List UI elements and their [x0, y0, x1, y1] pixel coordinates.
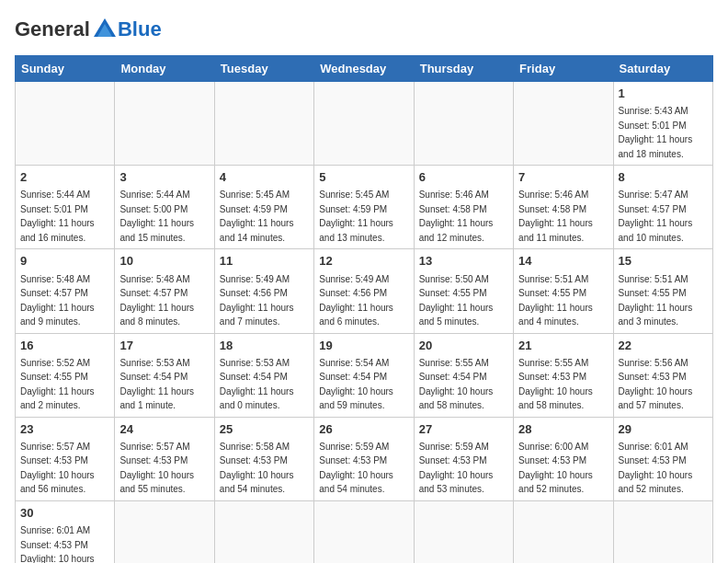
calendar-cell: 9Sunrise: 5:48 AM Sunset: 4:57 PM Daylig…: [16, 249, 115, 333]
cell-info: Sunrise: 5:59 AM Sunset: 4:53 PM Dayligh…: [319, 442, 393, 495]
calendar-cell: 13Sunrise: 5:50 AM Sunset: 4:55 PM Dayli…: [414, 249, 513, 333]
day-number: 24: [119, 421, 209, 438]
cell-info: Sunrise: 5:53 AM Sunset: 4:54 PM Dayligh…: [220, 358, 294, 411]
calendar-cell: [115, 82, 214, 166]
calendar-cell: 25Sunrise: 5:58 AM Sunset: 4:53 PM Dayli…: [214, 417, 313, 500]
calendar-cell: 15Sunrise: 5:51 AM Sunset: 4:55 PM Dayli…: [613, 249, 712, 333]
day-number: 27: [419, 421, 508, 438]
calendar-week-1: 2Sunrise: 5:44 AM Sunset: 5:01 PM Daylig…: [16, 166, 713, 249]
calendar-table: SundayMondayTuesdayWednesdayThursdayFrid…: [15, 55, 713, 563]
day-number: 19: [319, 338, 408, 354]
calendar-cell: 16Sunrise: 5:52 AM Sunset: 4:55 PM Dayli…: [16, 333, 115, 417]
day-number: 14: [518, 253, 608, 270]
cell-info: Sunrise: 5:44 AM Sunset: 5:00 PM Dayligh…: [119, 190, 194, 243]
logo-general-text: General: [15, 17, 90, 41]
calendar-cell: 30Sunrise: 6:01 AM Sunset: 4:53 PM Dayli…: [16, 500, 115, 563]
logo: General Blue: [15, 15, 162, 44]
calendar-cell: 23Sunrise: 5:57 AM Sunset: 4:53 PM Dayli…: [16, 417, 115, 500]
calendar-week-4: 23Sunrise: 5:57 AM Sunset: 4:53 PM Dayli…: [16, 417, 713, 500]
day-number: 7: [518, 169, 608, 186]
cell-info: Sunrise: 5:49 AM Sunset: 4:56 PM Dayligh…: [319, 274, 393, 327]
cell-info: Sunrise: 6:01 AM Sunset: 4:53 PM Dayligh…: [20, 525, 95, 563]
cell-info: Sunrise: 5:50 AM Sunset: 4:55 PM Dayligh…: [419, 274, 494, 327]
calendar-cell: [613, 500, 712, 563]
calendar-cell: 12Sunrise: 5:49 AM Sunset: 4:56 PM Dayli…: [314, 249, 414, 333]
calendar-cell: 29Sunrise: 6:01 AM Sunset: 4:53 PM Dayli…: [613, 417, 712, 500]
calendar-cell: 26Sunrise: 5:59 AM Sunset: 4:53 PM Dayli…: [314, 417, 414, 500]
calendar-cell: [314, 82, 414, 166]
cell-info: Sunrise: 5:48 AM Sunset: 4:57 PM Dayligh…: [119, 274, 194, 327]
cell-info: Sunrise: 5:57 AM Sunset: 4:53 PM Dayligh…: [20, 442, 95, 495]
cell-info: Sunrise: 5:45 AM Sunset: 4:59 PM Dayligh…: [319, 190, 393, 243]
calendar-cell: 6Sunrise: 5:46 AM Sunset: 4:58 PM Daylig…: [414, 166, 513, 249]
day-number: 18: [220, 338, 309, 354]
day-number: 4: [220, 169, 309, 186]
cell-info: Sunrise: 5:59 AM Sunset: 4:53 PM Dayligh…: [419, 442, 494, 495]
day-number: 26: [319, 421, 408, 438]
calendar-cell: [16, 82, 115, 166]
calendar-cell: [414, 500, 513, 563]
cell-info: Sunrise: 5:53 AM Sunset: 4:54 PM Dayligh…: [119, 358, 194, 411]
header: General Blue: [15, 15, 713, 44]
day-number: 1: [619, 86, 708, 102]
calendar-cell: [314, 500, 414, 563]
calendar-cell: [214, 82, 313, 166]
calendar-cell: 3Sunrise: 5:44 AM Sunset: 5:00 PM Daylig…: [115, 166, 214, 249]
cell-info: Sunrise: 5:46 AM Sunset: 4:58 PM Dayligh…: [419, 190, 494, 243]
day-number: 29: [619, 421, 708, 438]
day-number: 22: [619, 338, 708, 354]
day-number: 23: [20, 421, 109, 438]
cell-info: Sunrise: 5:57 AM Sunset: 4:53 PM Dayligh…: [119, 442, 194, 495]
calendar-cell: 28Sunrise: 6:00 AM Sunset: 4:53 PM Dayli…: [514, 417, 613, 500]
calendar-cell: [514, 500, 613, 563]
cell-info: Sunrise: 5:44 AM Sunset: 5:01 PM Dayligh…: [20, 190, 95, 243]
calendar-cell: [414, 82, 513, 166]
day-number: 9: [20, 253, 109, 270]
cell-info: Sunrise: 5:48 AM Sunset: 4:57 PM Dayligh…: [20, 274, 95, 327]
cell-info: Sunrise: 5:51 AM Sunset: 4:55 PM Dayligh…: [518, 274, 593, 327]
calendar-cell: 11Sunrise: 5:49 AM Sunset: 4:56 PM Dayli…: [214, 249, 313, 333]
calendar-cell: 8Sunrise: 5:47 AM Sunset: 4:57 PM Daylig…: [613, 166, 712, 249]
cell-info: Sunrise: 5:55 AM Sunset: 4:53 PM Dayligh…: [518, 358, 593, 411]
day-number: 13: [419, 253, 508, 270]
cell-info: Sunrise: 5:49 AM Sunset: 4:56 PM Dayligh…: [220, 274, 294, 327]
calendar-cell: 10Sunrise: 5:48 AM Sunset: 4:57 PM Dayli…: [115, 249, 214, 333]
cell-info: Sunrise: 6:00 AM Sunset: 4:53 PM Dayligh…: [518, 442, 593, 495]
calendar-cell: 14Sunrise: 5:51 AM Sunset: 4:55 PM Dayli…: [514, 249, 613, 333]
day-number: 20: [419, 338, 508, 354]
calendar-cell: 2Sunrise: 5:44 AM Sunset: 5:01 PM Daylig…: [16, 166, 115, 249]
weekday-header-friday: Friday: [514, 56, 613, 82]
calendar-cell: 22Sunrise: 5:56 AM Sunset: 4:53 PM Dayli…: [613, 333, 712, 417]
calendar-cell: 4Sunrise: 5:45 AM Sunset: 4:59 PM Daylig…: [214, 166, 313, 249]
calendar-cell: 18Sunrise: 5:53 AM Sunset: 4:54 PM Dayli…: [214, 333, 313, 417]
day-number: 15: [619, 253, 708, 270]
day-number: 6: [419, 169, 508, 186]
logo-icon-svg: [92, 15, 118, 40]
cell-info: Sunrise: 5:43 AM Sunset: 5:01 PM Dayligh…: [619, 106, 693, 159]
day-number: 3: [119, 169, 209, 186]
calendar-cell: [214, 500, 313, 563]
day-number: 28: [518, 421, 608, 438]
weekday-header-thursday: Thursday: [414, 56, 513, 82]
cell-info: Sunrise: 5:56 AM Sunset: 4:53 PM Dayligh…: [619, 358, 693, 411]
calendar-cell: 1Sunrise: 5:43 AM Sunset: 5:01 PM Daylig…: [613, 82, 712, 166]
cell-info: Sunrise: 5:58 AM Sunset: 4:53 PM Dayligh…: [220, 442, 294, 495]
day-number: 16: [20, 338, 109, 354]
day-number: 11: [220, 253, 309, 270]
cell-info: Sunrise: 5:47 AM Sunset: 4:57 PM Dayligh…: [619, 190, 693, 243]
calendar-cell: 21Sunrise: 5:55 AM Sunset: 4:53 PM Dayli…: [514, 333, 613, 417]
weekday-header-monday: Monday: [115, 56, 214, 82]
day-number: 8: [619, 169, 708, 186]
calendar-body: 1Sunrise: 5:43 AM Sunset: 5:01 PM Daylig…: [16, 82, 713, 564]
day-number: 17: [119, 338, 209, 354]
day-number: 12: [319, 253, 408, 270]
weekday-header-wednesday: Wednesday: [314, 56, 414, 82]
calendar-cell: 20Sunrise: 5:55 AM Sunset: 4:54 PM Dayli…: [414, 333, 513, 417]
cell-info: Sunrise: 5:45 AM Sunset: 4:59 PM Dayligh…: [220, 190, 294, 243]
cell-info: Sunrise: 5:54 AM Sunset: 4:54 PM Dayligh…: [319, 358, 393, 411]
calendar-cell: 27Sunrise: 5:59 AM Sunset: 4:53 PM Dayli…: [414, 417, 513, 500]
day-number: 2: [20, 169, 109, 186]
day-number: 21: [518, 338, 608, 354]
day-number: 30: [20, 505, 109, 522]
day-number: 10: [119, 253, 209, 270]
